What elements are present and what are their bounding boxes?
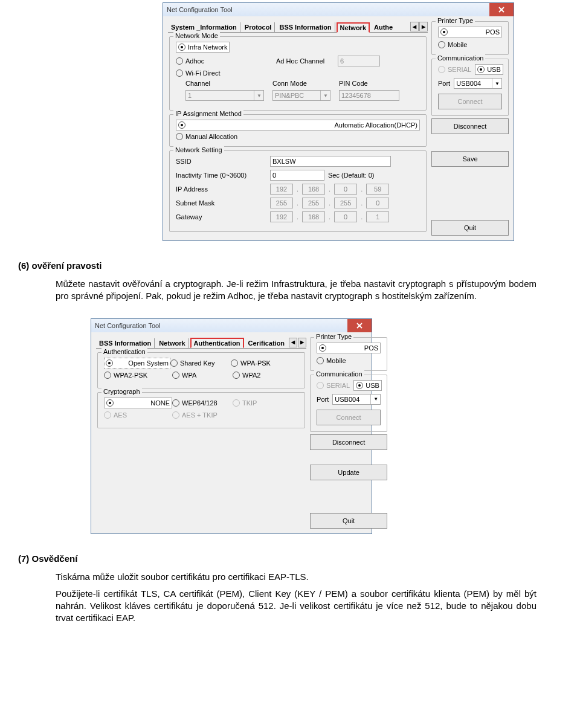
- net-config-dialog-1: Net Configuration Tool System _Informati…: [163, 2, 514, 241]
- tab-scroll-right[interactable]: ▶: [419, 22, 428, 31]
- titlebar: Net Configuration Tool: [163, 3, 514, 16]
- tab-certification[interactable]: Cerification: [245, 338, 288, 348]
- close-button[interactable]: [489, 3, 514, 16]
- pin-code-input: [339, 90, 399, 101]
- ip-3: [334, 184, 357, 195]
- ip-2: [302, 184, 325, 195]
- connect-button: Connect: [317, 410, 381, 425]
- port-select[interactable]: USB004▼: [332, 394, 381, 405]
- disconnect-button[interactable]: Disconnect: [310, 434, 387, 450]
- update-button[interactable]: Update: [310, 465, 387, 480]
- network-mode-group: Network Mode Infra Network Adhoc Ad Hoc …: [169, 36, 427, 111]
- radio-wep[interactable]: WEP64/128: [172, 399, 233, 407]
- titlebar: Net Configuration Tool: [91, 319, 372, 332]
- radio-open-system[interactable]: Open System: [104, 358, 170, 369]
- section-7: (7) Osvědčení Tiskárna může uložit soubo…: [0, 546, 580, 638]
- radio-aes: AES: [104, 411, 172, 419]
- subnet-4: [366, 198, 389, 208]
- inactivity-input[interactable]: [270, 170, 324, 181]
- ip-assignment-group: IP Assignment Method Automatic Allocatio…: [169, 114, 427, 147]
- radio-aes-tkip: AES + TKIP: [172, 411, 218, 419]
- subnet-2: [302, 198, 325, 208]
- inactivity-label: Inactivity Time (0~3600): [176, 172, 266, 179]
- ip-1: [270, 184, 293, 195]
- tab-protocol[interactable]: Protocol: [242, 22, 276, 32]
- radio-usb[interactable]: USB: [353, 380, 382, 391]
- radio-usb[interactable]: USB: [475, 64, 503, 75]
- quit-button[interactable]: Quit: [310, 513, 387, 529]
- adhoc-channel-label: Ad Hoc Channel: [276, 57, 334, 65]
- tab-scroll-left[interactable]: ◀: [289, 338, 297, 347]
- window-title: Net Configuration Tool: [167, 6, 233, 13]
- network-setting-group: Network Setting SSID Inactivity Time (0~…: [169, 150, 427, 232]
- radio-wpa2-psk[interactable]: WPA2-PSK: [104, 372, 172, 379]
- save-button[interactable]: Save: [431, 151, 509, 167]
- ssid-label: SSID: [176, 158, 266, 165]
- legend: Network Mode: [173, 32, 220, 39]
- tab-authe[interactable]: Authe: [371, 22, 396, 32]
- chevron-down-icon: ▼: [254, 91, 262, 100]
- gw-2: [302, 211, 325, 222]
- tab-system-information[interactable]: System _Information: [168, 22, 240, 32]
- radio-pos[interactable]: POS: [317, 343, 381, 353]
- paragraph-7a: Tiskárna může uložit soubor certifikátu …: [56, 571, 536, 583]
- quit-button[interactable]: Quit: [431, 220, 509, 236]
- adhoc-channel-input: [338, 56, 380, 66]
- net-config-dialog-2: Net Configuration Tool BSS Information N…: [91, 318, 372, 534]
- ip-4: [366, 184, 389, 195]
- port-select[interactable]: USB004▼: [454, 78, 502, 89]
- paragraph-6: Můžete nastavit ověřování a cryptograph.…: [56, 278, 536, 303]
- radio-wpa-psk[interactable]: WPA-PSK: [231, 359, 271, 367]
- radio-shared-key[interactable]: Shared Key: [170, 359, 231, 367]
- gw-1: [270, 211, 293, 222]
- radio-none[interactable]: NONE: [104, 398, 172, 408]
- tab-scroll-right[interactable]: ▶: [298, 338, 306, 347]
- radio-ip-manual[interactable]: Manual Allocation: [176, 133, 420, 140]
- subnet-3: [334, 198, 357, 208]
- tab-network[interactable]: Network: [337, 22, 370, 33]
- radio-serial: SERIAL: [317, 382, 350, 389]
- heading-7: (7) Osvědčení: [18, 553, 536, 564]
- radio-adhoc[interactable]: Adhoc: [176, 57, 272, 65]
- tab-authentication[interactable]: Authentication: [190, 338, 244, 348]
- channel-select: 1▼: [185, 90, 264, 101]
- gateway-label: Gateway: [176, 213, 266, 221]
- radio-mobile[interactable]: Mobile: [317, 357, 381, 364]
- conn-mode-label: Conn Mode: [272, 80, 339, 87]
- paragraph-7b: Použijete-li certifikát TLS, CA certifik…: [56, 588, 536, 625]
- authentication-group: Authentication Open System Shared Key WP…: [97, 352, 305, 388]
- gw-3: [334, 211, 357, 222]
- radio-pos[interactable]: POS: [438, 27, 502, 37]
- radio-wpa[interactable]: WPA: [172, 372, 233, 379]
- close-icon: [356, 323, 362, 329]
- cryptograph-group: Cryptograph NONE WEP64/128 TKIP AES AES …: [97, 392, 305, 428]
- ssid-input[interactable]: [270, 156, 391, 167]
- window-title: Net Configuration Tool: [95, 322, 161, 329]
- inactivity-suffix: Sec (Default: 0): [328, 172, 374, 179]
- printer-type-group: Printer Type POS Mobile: [310, 337, 387, 371]
- radio-mobile[interactable]: Mobile: [438, 41, 502, 48]
- tab-bss-information[interactable]: BSS Information: [96, 338, 155, 348]
- close-button[interactable]: [347, 319, 372, 332]
- heading-6: (6) ověření pravosti: [18, 260, 536, 271]
- tab-strip: System _Information Protocol BSS Informa…: [168, 21, 428, 33]
- chevron-down-icon: ▼: [370, 395, 378, 404]
- pin-code-label: PIN Code: [339, 80, 368, 87]
- printer-type-group: Printer Type POS Mobile: [431, 21, 509, 55]
- tab-strip: BSS Information Network Authentication C…: [96, 337, 306, 349]
- port-label: Port: [317, 396, 329, 403]
- radio-tkip: TKIP: [233, 399, 257, 407]
- port-label: Port: [438, 80, 450, 87]
- radio-ip-auto[interactable]: Automatic Allocation(DHCP): [176, 120, 420, 130]
- radio-serial: SERIAL: [438, 66, 471, 73]
- conn-mode-select: PIN&PBC▼: [272, 90, 330, 101]
- disconnect-button[interactable]: Disconnect: [431, 118, 509, 134]
- section-6: (6) ověření pravosti Můžete nastavit ově…: [0, 253, 580, 316]
- tab-scroll-left[interactable]: ◀: [410, 22, 419, 31]
- radio-wifi-direct[interactable]: Wi-Fi Direct: [176, 69, 220, 77]
- tab-bss-information[interactable]: BSS Information: [276, 22, 335, 32]
- radio-infra-network[interactable]: Infra Network: [176, 42, 230, 53]
- radio-wpa2[interactable]: WPA2: [233, 372, 260, 379]
- close-icon: [498, 7, 504, 13]
- tab-network[interactable]: Network: [156, 338, 188, 348]
